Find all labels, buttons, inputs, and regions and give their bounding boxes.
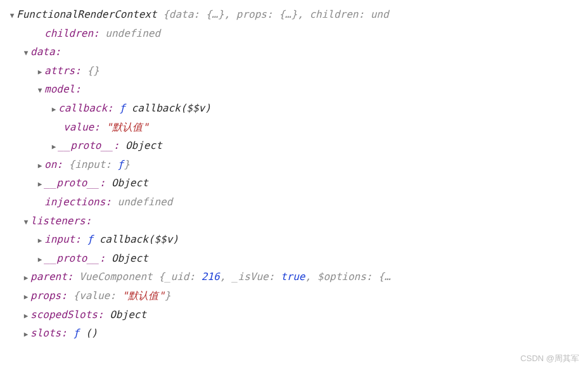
- chevron-right-icon[interactable]: [35, 234, 44, 247]
- children-row[interactable]: children: undefined: [8, 24, 580, 43]
- chevron-right-icon[interactable]: [22, 291, 30, 303]
- root-row[interactable]: FunctionalRenderContext {data: {…}, prop…: [8, 5, 580, 24]
- data-row[interactable]: data:: [8, 42, 580, 61]
- chevron-right-icon[interactable]: [22, 272, 30, 284]
- listeners-row[interactable]: listeners:: [8, 212, 580, 231]
- chevron-right-icon[interactable]: [35, 253, 44, 266]
- chevron-right-icon[interactable]: [49, 103, 58, 116]
- parent-row[interactable]: parent: VueComponent {_uid: 216, _isVue:…: [8, 267, 580, 286]
- attrs-row[interactable]: attrs: {}: [8, 61, 580, 80]
- on-row[interactable]: on: {input: ƒ}: [8, 155, 580, 174]
- injections-row[interactable]: injections: undefined: [8, 193, 580, 212]
- chevron-right-icon[interactable]: [35, 160, 44, 172]
- props-row[interactable]: props: {value: "默认值"}: [8, 286, 580, 305]
- chevron-right-icon[interactable]: [49, 141, 58, 153]
- chevron-right-icon[interactable]: [35, 178, 44, 191]
- callback-row[interactable]: callback: ƒ callback($$v): [8, 99, 580, 118]
- chevron-down-icon[interactable]: [35, 84, 44, 97]
- data-proto-row[interactable]: __proto__: Object: [8, 174, 580, 193]
- model-value-row[interactable]: value: "默认值": [8, 118, 580, 137]
- model-proto-row[interactable]: __proto__: Object: [8, 136, 580, 155]
- listeners-proto-row[interactable]: __proto__: Object: [8, 249, 580, 268]
- model-row[interactable]: model:: [8, 80, 580, 99]
- chevron-right-icon[interactable]: [22, 328, 30, 341]
- object-tree: FunctionalRenderContext {data: {…}, prop…: [8, 5, 580, 343]
- chevron-down-icon[interactable]: [8, 10, 16, 22]
- chevron-right-icon[interactable]: [35, 66, 44, 79]
- chevron-down-icon[interactable]: [22, 47, 30, 60]
- chevron-right-icon[interactable]: [22, 310, 30, 322]
- slots-row[interactable]: slots: ƒ (): [8, 324, 580, 343]
- scopedslots-row[interactable]: scopedSlots: Object: [8, 305, 580, 324]
- listeners-input-row[interactable]: input: ƒ callback($$v): [8, 230, 580, 249]
- chevron-down-icon[interactable]: [22, 216, 30, 229]
